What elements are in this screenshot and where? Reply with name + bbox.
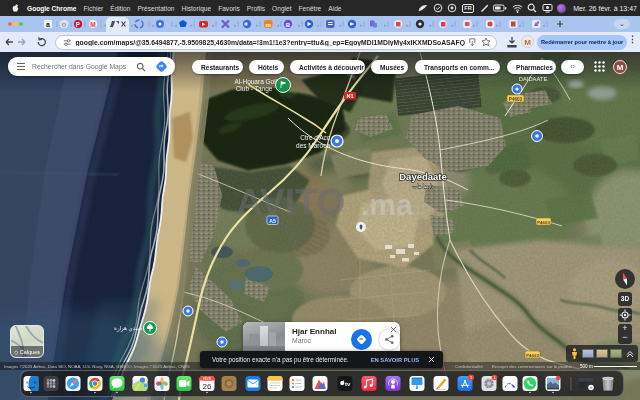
svg-text:Dayedaate: Dayedaate [399, 171, 447, 182]
svg-text:Envoyer des commentaires sur l: Envoyer des commentaires sur le produit [492, 364, 573, 369]
svg-text:‹: ‹ [234, 22, 236, 28]
svg-text:‹: ‹ [298, 22, 300, 28]
svg-text:A5: A5 [269, 218, 276, 224]
svg-text:m: m [266, 22, 271, 28]
svg-text:‹: ‹ [175, 22, 177, 28]
svg-text:‹: ‹ [212, 22, 214, 28]
svg-text:‹: ‹ [190, 22, 192, 28]
svg-text:‹: ‹ [360, 22, 362, 28]
svg-text:‹: ‹ [317, 22, 319, 28]
svg-text:N1: N1 [346, 93, 353, 99]
svg-text:سيدي هرازة: سيدي هرازة [114, 325, 142, 332]
svg-text:P: P [76, 21, 81, 28]
svg-text:P4603: P4603 [537, 220, 550, 225]
svg-text:‹: ‹ [406, 22, 408, 28]
svg-text:‹: ‹ [152, 22, 154, 28]
svg-text:Confidentialité: Confidentialité [455, 364, 483, 369]
svg-text:FÉVR: FÉVR [203, 376, 212, 381]
svg-text:‹: ‹ [429, 22, 431, 28]
svg-text:Al-Houara Golf: Al-Houara Golf [235, 78, 278, 85]
svg-text:دايضاضات: دايضاضات [412, 183, 433, 189]
svg-text:des Maroca: des Maroca [296, 142, 330, 149]
svg-text:B: B [286, 22, 291, 28]
svg-text:M: M [90, 21, 95, 28]
svg-text:‹: ‹ [256, 22, 258, 28]
svg-text:‹: ‹ [496, 22, 498, 28]
svg-text:‹: ‹ [277, 22, 279, 28]
svg-text:‹: ‹ [131, 22, 133, 28]
svg-text:DAIDAATE: DAIDAATE [519, 76, 548, 82]
svg-text:500 m: 500 m [580, 364, 593, 369]
svg-text:.ma: .ma [361, 188, 413, 221]
svg-text:‹: ‹ [451, 22, 453, 28]
svg-text:‹: ‹ [339, 22, 341, 28]
svg-text:tv: tv [345, 381, 351, 387]
svg-text:‹: ‹ [104, 22, 106, 28]
svg-text:‹: ‹ [384, 22, 386, 28]
svg-text:‹: ‹ [519, 22, 521, 28]
svg-text:26: 26 [203, 382, 212, 391]
svg-text:‹: ‹ [543, 22, 545, 28]
svg-text:⚙: ⚙ [61, 21, 67, 28]
svg-text:AVITO: AVITO [236, 182, 346, 223]
svg-text:Club - Tange: Club - Tange [236, 85, 273, 93]
svg-text:Ctre d'Acc: Ctre d'Acc [300, 134, 331, 141]
svg-text:P4603: P4603 [509, 97, 523, 102]
svg-text:‹: ‹ [473, 22, 475, 28]
svg-text:P4603: P4603 [526, 353, 539, 358]
svg-text:a: a [46, 21, 50, 28]
svg-text:Images ©2025 Airbus, Data SIO,: Images ©2025 Airbus, Data SIO, NOAA, U.S… [4, 364, 190, 369]
